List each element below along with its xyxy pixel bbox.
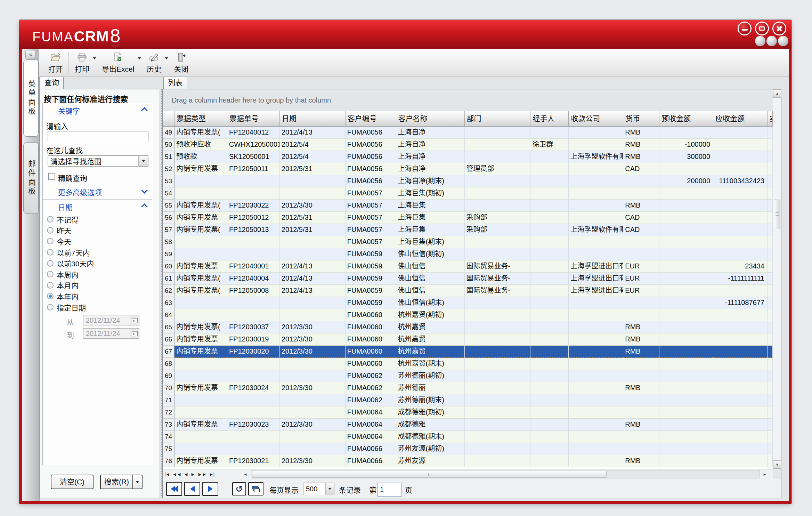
- date-option-row[interactable]: 本周内: [47, 269, 149, 280]
- date-from-field[interactable]: 2012/11/24: [83, 315, 139, 325]
- expand-more-options-icon[interactable]: [141, 187, 147, 193]
- refresh-button[interactable]: ↺: [232, 482, 246, 495]
- table-row[interactable]: 60内销专用发票FP120400012012/4/13FUMA0059佛山恒信国…: [163, 260, 773, 273]
- date-option-row[interactable]: 指定日期: [47, 302, 149, 313]
- more-options-link[interactable]: 更多高级选项: [58, 187, 102, 197]
- previous-page-button[interactable]: [184, 482, 200, 496]
- date-option-row[interactable]: 昨天: [47, 225, 149, 236]
- table-row[interactable]: 49内销专用发票(FP120400122012/4/13FUMA0056上海自净…: [163, 127, 773, 139]
- chevron-down-icon[interactable]: [165, 57, 168, 59]
- view-layout-button[interactable]: [248, 482, 263, 495]
- date-option-row[interactable]: 今天: [47, 236, 149, 247]
- table-row[interactable]: 51预收款SK120500012012/5/4FUMA0056上海自净上海孚盟软…: [163, 151, 773, 163]
- section-keyword[interactable]: 关键字: [58, 105, 80, 116]
- tab-list[interactable]: 列表: [163, 76, 187, 89]
- chevron-down-icon[interactable]: [138, 57, 141, 59]
- collapse-date-icon[interactable]: [141, 203, 147, 210]
- table-row[interactable]: 52内销专用发票FP120500112012/5/31FUMA0056上海自净管…: [163, 163, 773, 175]
- next-page-button[interactable]: [202, 482, 218, 496]
- per-page-select[interactable]: 500: [303, 483, 334, 495]
- radio-button[interactable]: [47, 227, 54, 234]
- column-header-5[interactable]: 客户名称: [396, 111, 465, 127]
- table-row[interactable]: 57内销专用发票(FP120500132012/5/31FUMA0057上海巨集…: [163, 224, 773, 236]
- date-option-row[interactable]: 本月内: [47, 280, 149, 291]
- scroll-right-icon[interactable]: ►: [761, 470, 768, 478]
- column-header-12[interactable]: 实: [768, 111, 773, 127]
- table-row[interactable]: 50预收冲应收CWHX120500012012/5/4FUMA0056上海自净徐…: [163, 139, 773, 151]
- sidebar-tab-menu-panel[interactable]: 菜单面板: [23, 59, 39, 137]
- radio-button[interactable]: [47, 238, 54, 244]
- toolbar-button-printer[interactable]: 打印: [71, 51, 93, 75]
- chevron-down-icon[interactable]: [93, 57, 96, 59]
- keyword-input[interactable]: [48, 131, 148, 142]
- first-page-button[interactable]: [166, 482, 182, 496]
- vertical-scroll-thumb[interactable]: [774, 200, 780, 229]
- table-row[interactable]: 67内销专用发票FP120300202012/3/30FUMA0060杭州嘉贸R…: [163, 346, 773, 358]
- radio-button[interactable]: [47, 304, 54, 311]
- table-row[interactable]: 53FUMA0056上海自净(期末)200000111003432423: [163, 175, 773, 187]
- scroll-up-icon[interactable]: ▲: [773, 89, 781, 98]
- search-button[interactable]: 搜索(R): [100, 475, 133, 489]
- clear-button[interactable]: 清空(C): [51, 475, 94, 489]
- column-header-4[interactable]: 客户编号: [346, 111, 396, 127]
- radio-button[interactable]: [47, 249, 54, 256]
- column-header-2[interactable]: 票据单号: [227, 111, 280, 127]
- table-row[interactable]: 63FUMA0059佛山恒信(期末)-1111087677: [163, 297, 773, 309]
- next-page-records-button[interactable]: ►►: [197, 471, 206, 478]
- last-record-button[interactable]: ►|: [209, 471, 214, 478]
- horizontal-scroll-thumb[interactable]: [252, 471, 607, 478]
- column-header-8[interactable]: 收款公司: [569, 111, 623, 127]
- calendar-icon[interactable]: [130, 329, 139, 338]
- maximize-button[interactable]: [755, 22, 769, 35]
- group-by-bar[interactable]: Drag a column header here to group by th…: [163, 89, 773, 111]
- table-row[interactable]: 70内销专用发票FP120300242012/3/30FUMA0062苏州德丽R…: [163, 382, 773, 394]
- table-row[interactable]: 73内销专用发票FP120300232012/3/30FUMA0064成都德雅R…: [163, 419, 773, 431]
- table-row[interactable]: 74FUMA0064成都德雅(期末): [163, 431, 773, 443]
- collapse-panel-button[interactable]: «: [25, 51, 36, 58]
- exact-match-label[interactable]: 精确查询: [58, 172, 87, 183]
- search-options-dropdown[interactable]: [133, 475, 143, 489]
- column-header-11[interactable]: 应收金额: [713, 111, 768, 127]
- vertical-scrollbar[interactable]: ▲ ▼: [773, 89, 781, 469]
- calendar-icon[interactable]: [130, 315, 139, 325]
- page-number-input[interactable]: [377, 483, 402, 497]
- scroll-left-icon[interactable]: ◄: [242, 470, 249, 478]
- table-row[interactable]: 56内销专用发票FP120500122012/5/31FUMA0057上海巨集采…: [163, 212, 773, 224]
- column-header-3[interactable]: 日期: [280, 111, 346, 127]
- radio-button[interactable]: [47, 282, 54, 289]
- first-record-button[interactable]: |◄: [164, 471, 170, 478]
- table-row[interactable]: 69FUMA0062苏州德丽(期初): [163, 370, 773, 382]
- collapse-keyword-icon[interactable]: [141, 107, 147, 113]
- column-header-6[interactable]: 部门: [465, 111, 531, 127]
- date-option-row[interactable]: 以前30天内: [47, 258, 149, 269]
- date-option-row[interactable]: 以前7天内: [47, 247, 149, 258]
- toolbar-button-exit-door[interactable]: 关闭: [170, 51, 192, 75]
- table-row[interactable]: 75FUMA0066苏州友源(期初): [163, 443, 773, 455]
- prev-record-button[interactable]: ◄: [184, 471, 188, 478]
- column-header-1[interactable]: 票据类型: [174, 111, 227, 127]
- chevron-down-icon[interactable]: [325, 483, 334, 495]
- toolbar-button-excel-export[interactable]: 导出Excel: [98, 51, 138, 75]
- scroll-down-icon[interactable]: ▼: [773, 460, 781, 469]
- table-row[interactable]: 65内销专用发票(FP120300372012/3/30FUMA0060杭州嘉贸…: [163, 321, 773, 333]
- section-date[interactable]: 日期: [58, 202, 73, 212]
- table-row[interactable]: 55内销专用发票(FP120300222012/3/30FUMA0057上海巨集…: [163, 200, 773, 212]
- radio-button[interactable]: [47, 216, 54, 223]
- chevron-down-icon[interactable]: [138, 156, 148, 166]
- table-row[interactable]: 71FUMA0062苏州德丽(期末): [163, 394, 773, 406]
- radio-button[interactable]: [47, 271, 54, 277]
- table-row[interactable]: 66内销专用发票FP120300192012/3/30FUMA0060杭州嘉贸R…: [163, 333, 773, 346]
- horizontal-scrollbar[interactable]: [251, 470, 760, 478]
- next-record-button[interactable]: ►: [190, 471, 195, 478]
- close-button[interactable]: [772, 22, 786, 35]
- minimize-button[interactable]: [738, 22, 752, 35]
- table-row[interactable]: 54FUMA0057上海巨集(期初): [163, 187, 773, 200]
- sidebar-tab-mail-panel[interactable]: 邮件面板: [23, 142, 39, 214]
- toolbar-button-history-pen[interactable]: 历史: [143, 51, 165, 75]
- toolbar-button-open-folder[interactable]: 打开: [45, 51, 66, 75]
- table-row[interactable]: 72FUMA0064成都德雅(期初): [163, 406, 773, 419]
- table-row[interactable]: 62内销专用发票(FP120500082012/4/13FUMA0059佛山恒信…: [163, 285, 773, 297]
- exact-match-checkbox[interactable]: [48, 173, 55, 180]
- prev-page-records-button[interactable]: ◄◄: [172, 471, 181, 478]
- column-header-rowmark[interactable]: [163, 111, 174, 127]
